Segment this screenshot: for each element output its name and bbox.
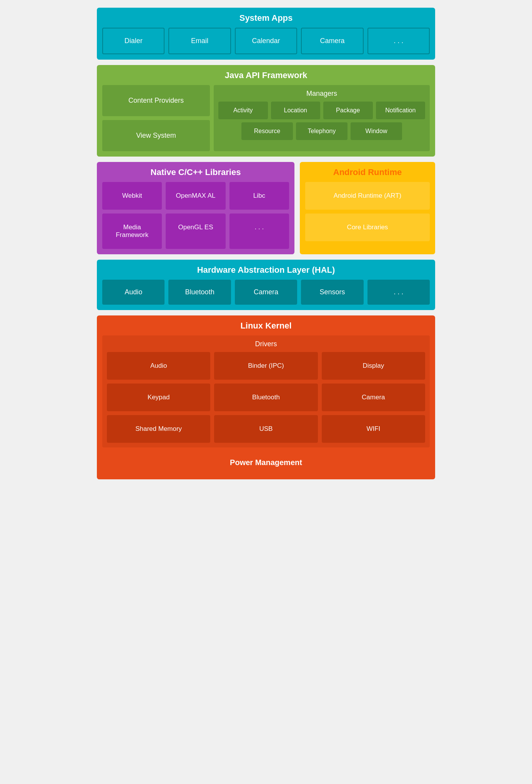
native-lib-card: OpenGL ES bbox=[166, 214, 225, 249]
hal-card: Audio bbox=[102, 280, 165, 305]
runtime-card: Android Runtime (ART) bbox=[305, 182, 430, 210]
view-system-card: View System bbox=[102, 120, 210, 151]
native-lib-card: Libc bbox=[229, 182, 289, 210]
managers-row1: ActivityLocationPackageNotification bbox=[218, 102, 425, 119]
native-lib-card: OpenMAX AL bbox=[166, 182, 225, 210]
hal-card: Camera bbox=[235, 280, 297, 305]
manager-card: Resource bbox=[241, 122, 293, 140]
driver-card: Keypad bbox=[107, 384, 210, 411]
java-api-title: Java API Framework bbox=[102, 70, 430, 80]
driver-card: Audio bbox=[107, 352, 210, 380]
manager-card: Window bbox=[351, 122, 402, 140]
native-lib-card: . . . bbox=[229, 214, 289, 249]
native-lib-card: Webkit bbox=[102, 182, 162, 210]
system-apps-title: System Apps bbox=[102, 13, 430, 23]
driver-card: WIFI bbox=[322, 415, 425, 443]
hal-cards: AudioBluetoothCameraSensors. . . bbox=[102, 280, 430, 305]
android-runtime-layer: Android Runtime Android Runtime (ART)Cor… bbox=[300, 162, 435, 254]
driver-card: Shared Memory bbox=[107, 415, 210, 443]
linux-kernel-title: Linux Kernel bbox=[102, 321, 430, 331]
managers-section: Managers ActivityLocationPackageNotifica… bbox=[214, 85, 430, 151]
hal-card: Sensors bbox=[301, 280, 363, 305]
hal-layer: Hardware Abstraction Layer (HAL) AudioBl… bbox=[97, 260, 435, 310]
driver-card: Display bbox=[322, 352, 425, 380]
hal-title: Hardware Abstraction Layer (HAL) bbox=[102, 265, 430, 275]
driver-card: Bluetooth bbox=[214, 384, 318, 411]
drivers-title: Drivers bbox=[107, 340, 425, 348]
manager-card: Notification bbox=[376, 102, 426, 119]
java-api-left: Content Providers View System bbox=[102, 85, 210, 151]
manager-card: Location bbox=[271, 102, 321, 119]
java-api-layer: Java API Framework Content Providers Vie… bbox=[97, 65, 435, 157]
driver-card: USB bbox=[214, 415, 318, 443]
runtime-card: Core Libraries bbox=[305, 214, 430, 241]
runtime-grid: Android Runtime (ART)Core Libraries bbox=[305, 182, 430, 241]
hal-card: . . . bbox=[367, 280, 430, 305]
drivers-grid: AudioBinder (IPC)DisplayKeypadBluetoothC… bbox=[107, 352, 425, 443]
power-management: Power Management bbox=[102, 451, 430, 474]
linux-kernel-layer: Linux Kernel Drivers AudioBinder (IPC)Di… bbox=[97, 315, 435, 479]
manager-card: Telephony bbox=[296, 122, 347, 140]
driver-card: Camera bbox=[322, 384, 425, 411]
native-lib-card: Media Framework bbox=[102, 214, 162, 249]
manager-card: Package bbox=[323, 102, 373, 119]
system-app-card: Email bbox=[168, 28, 231, 54]
system-app-card: . . . bbox=[367, 28, 430, 54]
native-runtime-row: Native C/C++ Libraries WebkitOpenMAX ALL… bbox=[97, 162, 435, 254]
drivers-section: Drivers AudioBinder (IPC)DisplayKeypadBl… bbox=[102, 335, 430, 447]
hal-card: Bluetooth bbox=[168, 280, 231, 305]
system-app-card: Camera bbox=[301, 28, 363, 54]
system-apps-layer: System Apps DialerEmailCalendarCamera. .… bbox=[97, 8, 435, 60]
native-libs-grid: WebkitOpenMAX ALLibcMedia FrameworkOpenG… bbox=[102, 182, 289, 249]
manager-card: Activity bbox=[218, 102, 268, 119]
content-providers-card: Content Providers bbox=[102, 85, 210, 116]
managers-row2: ResourceTelephonyWindow bbox=[218, 122, 425, 140]
native-libs-title: Native C/C++ Libraries bbox=[102, 167, 289, 177]
android-runtime-title: Android Runtime bbox=[305, 167, 430, 177]
managers-title: Managers bbox=[218, 90, 425, 98]
java-api-inner: Content Providers View System Managers A… bbox=[102, 85, 430, 151]
driver-card: Binder (IPC) bbox=[214, 352, 318, 380]
system-apps-cards: DialerEmailCalendarCamera. . . bbox=[102, 28, 430, 54]
system-app-card: Dialer bbox=[102, 28, 165, 54]
native-libs-layer: Native C/C++ Libraries WebkitOpenMAX ALL… bbox=[97, 162, 294, 254]
system-app-card: Calendar bbox=[235, 28, 297, 54]
